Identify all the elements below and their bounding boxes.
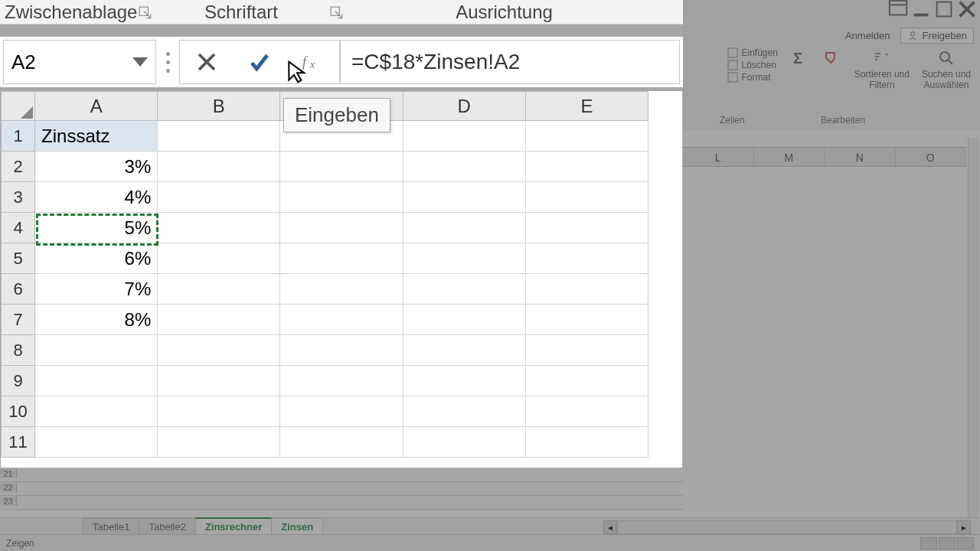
cell[interactable]	[35, 427, 158, 458]
find-select-button[interactable]: Suchen und Auswählen	[919, 46, 974, 92]
edit-group-label: Bearbeiten	[821, 115, 865, 126]
delete-cells-icon	[727, 60, 738, 70]
cell[interactable]	[158, 121, 280, 152]
cells-group-label: Zellen	[720, 115, 745, 126]
ribbon-right: Anmelden Freigeben Einfügen Löschen Form…	[683, 0, 980, 130]
close-icon[interactable]	[956, 2, 978, 17]
ribbon-groups: Zwischenablage Schriftart Ausrichtung	[0, 0, 683, 24]
cell[interactable]	[35, 335, 158, 366]
row-header[interactable]: 2	[2, 152, 35, 182]
horizontal-scrollbar[interactable]: ◄ ►	[603, 520, 971, 534]
bg-rows: 21 22 23	[0, 468, 683, 510]
status-mode: Zeigen	[6, 538, 34, 549]
cursor-icon	[285, 60, 309, 87]
formula-bar-separator	[156, 52, 179, 73]
col-header[interactable]: A	[35, 92, 158, 121]
row-header[interactable]: 11	[2, 427, 35, 458]
svg-point-6	[911, 31, 915, 35]
cells-group: Einfügen Löschen Format	[727, 46, 778, 92]
share-button[interactable]: Freigeben	[900, 28, 974, 44]
col-header[interactable]: D	[403, 92, 525, 121]
svg-rect-7	[728, 48, 737, 57]
svg-line-11	[949, 60, 952, 64]
view-normal-icon[interactable]	[920, 537, 937, 549]
sheet-tab-active[interactable]: Zinsrechner	[195, 517, 272, 535]
fill-icon	[821, 47, 842, 69]
format-cells-icon	[727, 72, 738, 83]
share-icon	[907, 31, 918, 41]
row-header[interactable]: 3	[2, 182, 35, 213]
row-header[interactable]: 4	[2, 213, 35, 243]
dialog-launcher-icon[interactable]	[330, 3, 344, 17]
x-icon	[195, 51, 218, 73]
cell[interactable]: 7%	[35, 274, 158, 305]
status-bar: Zeigen	[0, 534, 980, 551]
scroll-left-icon[interactable]: ◄	[603, 520, 617, 534]
signin-link[interactable]: Anmelden	[845, 30, 890, 41]
row-header[interactable]: 6	[2, 274, 35, 305]
col-header[interactable]: B	[158, 92, 280, 121]
autosum-button[interactable]: Σ	[784, 46, 812, 92]
row-header[interactable]: 5	[2, 243, 35, 274]
svg-rect-3	[937, 2, 952, 17]
bg-column-headers: L M N O	[683, 147, 966, 167]
cell[interactable]	[525, 121, 648, 152]
view-layout-icon[interactable]	[939, 537, 956, 549]
col-header[interactable]: E	[525, 92, 648, 121]
sheet-tabs: Tabelle1 Tabelle2 Zinsrechner Zinsen ◄ ►	[0, 517, 980, 534]
check-icon	[248, 51, 271, 73]
formula-input[interactable]: =C$18*Zinsen!A2	[340, 40, 680, 84]
clipboard-group-label: Zwischenablage	[5, 2, 137, 22]
vertical-scrollbar[interactable]	[968, 138, 978, 517]
svg-rect-9	[728, 73, 737, 82]
sort-filter-icon	[871, 47, 893, 69]
row-header[interactable]: 1	[2, 121, 35, 152]
cell[interactable]: 5%	[35, 213, 158, 243]
cell[interactable]: Zinssatz	[35, 121, 158, 152]
chevron-down-icon[interactable]	[132, 57, 148, 67]
cell[interactable]	[403, 121, 525, 152]
font-group-label: Schriftart	[204, 2, 278, 22]
search-icon	[936, 47, 957, 69]
name-box[interactable]: A2	[3, 40, 156, 84]
svg-point-10	[940, 52, 949, 61]
sigma-icon: Σ	[787, 47, 808, 69]
cell[interactable]	[35, 366, 158, 396]
fill-button[interactable]	[818, 46, 845, 92]
cancel-button[interactable]	[180, 41, 233, 83]
enter-button[interactable]	[233, 41, 286, 83]
cell[interactable]: 6%	[35, 243, 158, 274]
enter-tooltip: Eingeben	[283, 98, 390, 132]
sort-filter-button[interactable]: Sortieren und Filtern	[851, 46, 913, 92]
cell[interactable]: 3%	[35, 152, 158, 182]
svg-text:x: x	[309, 59, 315, 70]
row-header[interactable]: 10	[2, 396, 35, 427]
ribbon-collapse-icon[interactable]	[887, 2, 910, 17]
dialog-launcher-icon[interactable]	[139, 3, 152, 17]
cell[interactable]: 8%	[35, 305, 158, 335]
row-header[interactable]: 7	[2, 305, 35, 335]
sheet-tab[interactable]: Tabelle2	[139, 518, 195, 535]
alignment-group-label: Ausrichtung	[456, 2, 553, 22]
cell[interactable]: 4%	[35, 182, 158, 213]
spreadsheet-grid[interactable]: A B C D E 1 Zinssatz 23% 34% 45% 56% 67%…	[0, 90, 683, 468]
select-all-corner[interactable]	[2, 92, 35, 121]
row-header[interactable]: 8	[2, 335, 35, 366]
sheet-tab[interactable]: Tabelle1	[83, 518, 139, 535]
scroll-right-icon[interactable]: ►	[957, 520, 971, 534]
row-header[interactable]: 9	[2, 366, 35, 396]
maximize-icon[interactable]	[933, 2, 956, 17]
cell[interactable]	[35, 396, 158, 427]
svg-rect-8	[728, 60, 737, 70]
insert-cells-icon	[727, 47, 738, 58]
formula-bar: A2 f x =C$18*Zinsen!A2	[0, 37, 683, 87]
minimize-icon[interactable]	[910, 2, 933, 17]
sheet-tab[interactable]: Zinsen	[271, 518, 323, 535]
view-pagebreak-icon[interactable]	[957, 537, 974, 549]
svg-rect-0	[890, 1, 907, 15]
